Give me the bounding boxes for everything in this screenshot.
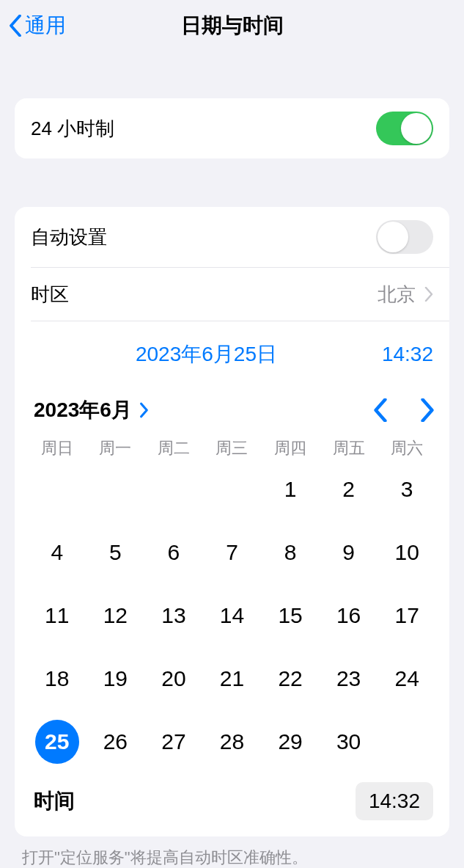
month-nav	[373, 398, 435, 422]
day-cell-empty	[86, 467, 145, 512]
timezone-label: 时区	[31, 282, 378, 307]
day-cell[interactable]: 25	[28, 719, 86, 765]
day-cell[interactable]: 24	[378, 656, 436, 701]
weekday-label: 周三	[203, 437, 262, 459]
page-title: 日期与时间	[0, 12, 464, 40]
chevron-right-icon	[139, 402, 150, 418]
auto-set-switch[interactable]	[376, 220, 433, 254]
day-cell[interactable]: 15	[261, 593, 320, 638]
day-cell[interactable]: 20	[144, 656, 203, 701]
group-datetime: 自动设置 时区 北京 2023年6月25日 14:32 2023年6月 周日周一…	[15, 207, 449, 836]
day-cell[interactable]: 30	[320, 719, 378, 765]
day-cell[interactable]: 27	[144, 719, 203, 765]
weekday-label: 周日	[28, 437, 86, 459]
hour24-label: 24 小时制	[31, 116, 376, 142]
timezone-value: 北京	[378, 282, 416, 307]
back-label: 通用	[25, 12, 66, 40]
day-cell[interactable]: 16	[320, 593, 378, 638]
row-timezone[interactable]: 时区 北京	[15, 268, 449, 321]
day-cell[interactable]: 26	[86, 719, 145, 765]
month-picker[interactable]: 2023年6月	[34, 396, 150, 424]
day-cell[interactable]: 8	[261, 530, 320, 575]
day-cell[interactable]: 12	[86, 593, 145, 638]
time-picker[interactable]: 14:32	[356, 782, 433, 820]
back-button[interactable]: 通用	[9, 12, 66, 40]
time-label: 时间	[34, 787, 75, 815]
day-cell[interactable]: 4	[28, 530, 86, 575]
date-time-summary: 2023年6月25日 14:32	[15, 321, 449, 383]
day-cell[interactable]: 5	[86, 530, 145, 575]
day-cell[interactable]: 18	[28, 656, 86, 701]
month-header: 2023年6月	[15, 383, 449, 431]
weekday-label: 周二	[144, 437, 203, 459]
day-cell[interactable]: 19	[86, 656, 145, 701]
day-cell[interactable]: 28	[203, 719, 262, 765]
day-cell[interactable]: 21	[203, 656, 262, 701]
weekday-label: 周四	[261, 437, 320, 459]
hour24-switch[interactable]	[376, 112, 433, 145]
weekday-label: 周六	[378, 437, 436, 459]
group-24hour: 24 小时制	[15, 98, 449, 158]
day-cell[interactable]: 6	[144, 530, 203, 575]
navbar: 通用 日期与时间	[0, 0, 464, 51]
calendar-grid: 1234567891011121314151617181920212223242…	[15, 464, 449, 772]
weekday-row: 周日周一周二周三周四周五周六	[15, 431, 449, 464]
next-month-button[interactable]	[420, 398, 435, 422]
auto-set-label: 自动设置	[31, 225, 376, 250]
summary-time[interactable]: 14:32	[382, 343, 433, 366]
prev-month-button[interactable]	[373, 398, 388, 422]
day-cell[interactable]: 9	[320, 530, 378, 575]
day-cell[interactable]: 13	[144, 593, 203, 638]
day-cell[interactable]: 10	[378, 530, 436, 575]
day-cell[interactable]: 14	[203, 593, 262, 638]
row-24hour: 24 小时制	[15, 98, 449, 158]
weekday-label: 周一	[86, 437, 145, 459]
footer-note: 打开"定位服务"将提高自动时区准确性。	[22, 847, 442, 868]
day-cell[interactable]: 3	[378, 467, 436, 512]
summary-date[interactable]: 2023年6月25日	[75, 340, 338, 368]
day-cell[interactable]: 2	[320, 467, 378, 512]
day-cell[interactable]: 29	[261, 719, 320, 765]
day-cell[interactable]: 7	[203, 530, 262, 575]
day-cell[interactable]: 23	[320, 656, 378, 701]
day-cell-empty	[144, 467, 203, 512]
day-cell[interactable]: 11	[28, 593, 86, 638]
chevron-left-icon	[9, 15, 22, 37]
time-row: 时间 14:32	[15, 772, 449, 836]
day-cell[interactable]: 1	[261, 467, 320, 512]
day-cell-empty	[203, 467, 262, 512]
chevron-right-icon	[424, 287, 433, 302]
month-label-text: 2023年6月	[34, 396, 132, 424]
day-cell[interactable]: 17	[378, 593, 436, 638]
day-cell-empty	[28, 467, 86, 512]
day-cell[interactable]: 22	[261, 656, 320, 701]
weekday-label: 周五	[320, 437, 378, 459]
row-auto-set: 自动设置	[15, 207, 449, 267]
